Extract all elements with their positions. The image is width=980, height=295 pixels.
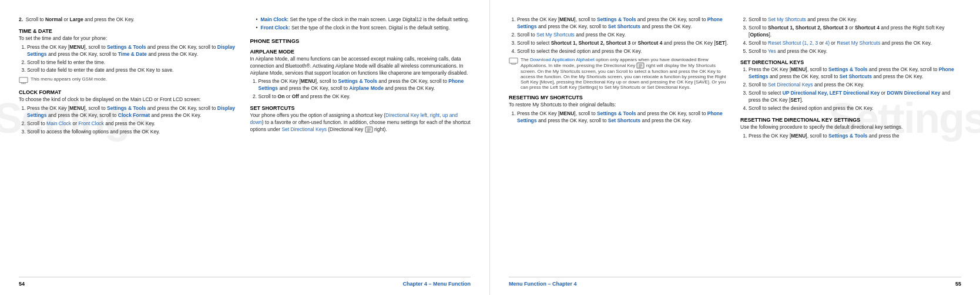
note-text: This menu appears only GSM mode. [31,76,107,82]
intro-airplane: In Airplane Mode, all menu functions can… [250,56,471,77]
list-item: Scroll to Reset Shortcut (1, 2, 3 or 4) … [749,40,961,47]
left-col1: 2. Scroll to Normal or Large and press t… [19,16,240,275]
list-item: Press the OK Key [MENU], scroll to Setti… [749,133,961,140]
heading-time-date: TIME & DATE [19,28,240,34]
page-right: Settings Press the OK Key [MENU], scroll… [490,0,980,295]
list-item: Scroll to Set Directional Keys and press… [749,82,961,89]
list-item: Scroll to Shortcut 1, Shortcut 2, Shortc… [749,25,961,39]
list-item: Press the OK Key [MENU], scroll to Setti… [749,66,961,81]
footer-divider-left [19,277,471,277]
list-item: Front Clock: Set the type of the clock i… [256,25,471,32]
list-item: Scroll to Main Clock or Front Clock and … [27,120,240,128]
heading-resetting-directional: RESETTING THE DIRECTIONAL KEY SETTINGS [740,117,961,123]
list-item: Press the OK Key [MENU], scroll to Setti… [517,110,730,125]
heading-clock-format: CLOCK FORMAT [19,89,240,95]
page-number-right: 55 [955,281,961,287]
footer-divider-right [509,277,961,277]
list-item: Scroll to date field to enter the date a… [27,67,240,74]
list-item: Scroll to select Shortcut 1, Shortcut 2,… [517,40,730,47]
heading-resetting-shortcuts: RESETTING MY SHORTCUTS [509,95,730,100]
list-item: Press the OK Key [MENU], scroll to Setti… [517,16,730,31]
intro-resetting: To restore My Shortcuts to their origina… [509,102,730,109]
footer-chapter-left: Chapter 4 – Menu Function [402,281,471,287]
page-spread: Settings 2. Scroll to Normal or Large an… [0,0,980,295]
note-download: The Download Application Alphabet option… [509,57,730,90]
note-text-dl: The Download Application Alphabet option… [521,57,730,90]
list-item: Scroll to select the desired option and … [517,48,730,55]
right-col1: Press the OK Key [MENU], scroll to Setti… [509,16,730,275]
page-number-left: 54 [19,281,25,287]
note-gsm: This menu appears only GSM mode. [19,76,240,85]
list-item: Scroll to On or Off and press the OK Key… [259,93,471,100]
list-item: Scroll to access the following options a… [27,129,240,136]
note-icon [19,76,28,85]
svg-rect-7 [509,58,518,63]
svg-rect-9 [637,63,644,68]
intro-resetting-dir: Use the following procedure to specify t… [740,124,961,131]
note-icon-dl [509,57,518,65]
heading-airplane-mode: AIRPLANE MODE [250,49,471,55]
list-item: Scroll to time field to enter the time. [27,59,240,66]
left-col2: Main Clock: Set the type of the clock in… [250,16,471,275]
intro-time-date: To set the time and date for your phone: [19,35,240,42]
list-item: Scroll to Set My Shortcuts and press the… [749,16,961,24]
intro-shortcuts: Your phone offers you the option of assi… [250,112,471,133]
dir-key-icon [636,62,645,69]
intro-clock: To choose the kind of clock to be displa… [19,96,240,103]
svg-rect-3 [365,127,372,132]
right-col2: Scroll to Set My Shortcuts and press the… [740,16,961,275]
svg-rect-0 [19,78,28,83]
list-item: Press the OK Key [MENU], scroll to Setti… [259,78,471,92]
list-item: Press the OK Key [MENU], scroll to Setti… [27,105,240,119]
list-item: Scroll to Yes and press the OK Key. [749,48,961,55]
heading-set-directional: SET DIRECTIONAL KEYS [740,59,961,65]
list-item: Scroll to select UP Directional Key, LEF… [749,90,961,104]
footer-left: 54 Chapter 4 – Menu Function [0,281,489,287]
page-left: Settings 2. Scroll to Normal or Large an… [0,0,490,295]
footer-right: Menu Function – Chapter 4 55 [490,281,980,287]
list-item: Scroll to select the desired option and … [749,105,961,112]
list-item: Press the OK Key [MENU], scroll to Setti… [27,44,240,58]
list-item: Main Clock: Set the type of the clock in… [256,16,471,24]
footer-chapter-right: Menu Function – Chapter 4 [509,281,577,287]
list-item: Scroll to Set My Shortcuts and press the… [517,32,730,39]
item-scroll-normal: 2. Scroll to Normal or Large and press t… [19,16,240,24]
directional-key-icon [365,126,373,133]
heading-set-shortcuts: SET SHORTCUTS [250,105,471,111]
heading-phone-settings: PHONE SETTINGS [250,38,471,44]
svg-rect-8 [511,63,515,65]
